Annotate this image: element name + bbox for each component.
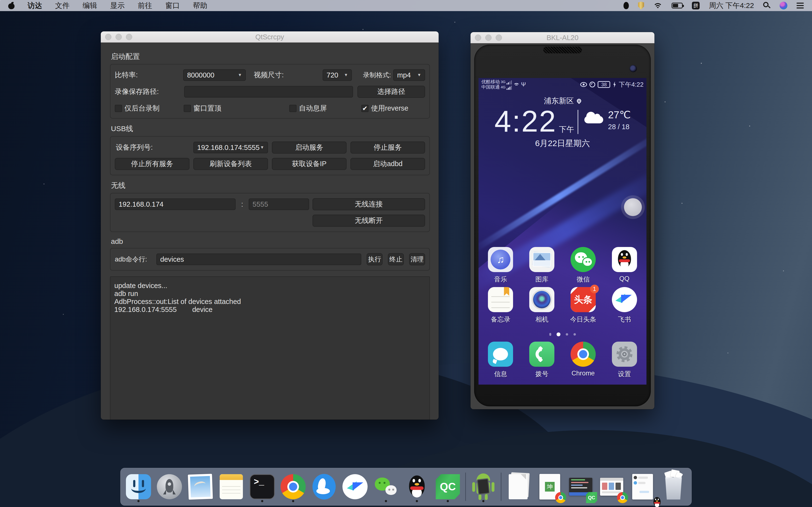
menubar-clock[interactable]: 周六 下午4:22 bbox=[709, 1, 754, 11]
qq-penguin-status-icon[interactable] bbox=[623, 2, 629, 9]
app-dialer[interactable]: 拨号 bbox=[524, 342, 560, 378]
close-window-button[interactable] bbox=[475, 35, 481, 41]
wireless-port-input[interactable] bbox=[249, 199, 309, 210]
shield-status-icon[interactable] bbox=[638, 2, 644, 10]
menu-help[interactable]: 帮助 bbox=[193, 1, 207, 11]
zoom-window-button[interactable] bbox=[126, 34, 132, 40]
dock-android-mirror[interactable] bbox=[470, 472, 497, 501]
spotlight-search-icon[interactable] bbox=[763, 2, 770, 9]
stop-all-services-button[interactable]: 停止所有服务 bbox=[115, 158, 190, 170]
checkbox-box[interactable] bbox=[289, 105, 297, 112]
start-service-button[interactable]: 启动服务 bbox=[272, 142, 347, 154]
phone-screen[interactable]: 优酷移动 3G 中国联通 4G Ψ bbox=[478, 78, 647, 385]
phone-front-camera bbox=[629, 65, 637, 72]
qtscrcpy-titlebar[interactable]: QtScrcpy bbox=[101, 32, 439, 43]
wechat-bubbles-icon bbox=[373, 474, 399, 499]
phone-titlebar[interactable]: BKL-AL20 bbox=[470, 32, 654, 43]
zoom-window-button[interactable] bbox=[496, 35, 502, 41]
dock-browser-window-thumbnail[interactable] bbox=[598, 472, 625, 501]
siri-icon[interactable] bbox=[779, 2, 788, 9]
record-format-combobox[interactable]: mp4 ▼ bbox=[393, 69, 425, 81]
home-page-dots[interactable] bbox=[478, 332, 647, 336]
adb-terminate-button[interactable]: 终止 bbox=[388, 253, 404, 265]
charging-bolt-icon bbox=[613, 81, 616, 88]
wifi-status-icon[interactable] bbox=[653, 2, 662, 9]
menu-window[interactable]: 窗口 bbox=[165, 1, 180, 11]
dock-launchpad[interactable] bbox=[156, 472, 183, 501]
running-indicator bbox=[292, 500, 294, 502]
app-notes[interactable]: 备忘录 bbox=[483, 287, 519, 324]
checkbox-background-record[interactable]: 仅后台录制 bbox=[115, 104, 184, 113]
app-wechat[interactable]: 微信 bbox=[565, 247, 601, 284]
wireless-disconnect-button[interactable]: 无线断开 bbox=[312, 215, 425, 227]
menu-file[interactable]: 文件 bbox=[55, 1, 69, 11]
choose-path-button[interactable]: 选择路径 bbox=[357, 86, 425, 98]
minimize-window-button[interactable] bbox=[485, 35, 492, 41]
app-gallery[interactable]: 图库 bbox=[524, 247, 560, 284]
menu-finder[interactable]: 访达 bbox=[28, 1, 42, 11]
camera-app-icon bbox=[529, 287, 554, 312]
wireless-section-label: 无线 bbox=[111, 181, 430, 190]
checkbox-window-on-top[interactable]: 窗口置顶 bbox=[184, 104, 289, 113]
app-chrome[interactable]: Chrome bbox=[565, 342, 601, 378]
battery-status-icon[interactable] bbox=[672, 3, 683, 8]
wireless-ip-input[interactable] bbox=[115, 199, 236, 210]
dock-qq-chat-thumbnail[interactable] bbox=[629, 472, 656, 501]
checkbox-use-reverse[interactable]: ✔ 使用reverse bbox=[361, 104, 408, 113]
app-messages[interactable]: 信息 bbox=[483, 342, 519, 378]
app-toutiao[interactable]: 1 头条 今日头条 bbox=[565, 287, 601, 324]
app-feishu[interactable]: 飞书 bbox=[606, 287, 643, 324]
home-clock[interactable]: 4:22 下午 bbox=[495, 104, 574, 138]
adb-log-output[interactable]: update devices... adb run AdbProcess::ou… bbox=[110, 276, 430, 419]
dock-qtscrcpy[interactable]: QC bbox=[434, 472, 461, 501]
dock-finder[interactable] bbox=[125, 472, 152, 501]
dock-feishu[interactable] bbox=[342, 472, 368, 501]
phone-status-time: 下午4:22 bbox=[619, 80, 644, 89]
notification-center-icon[interactable] bbox=[797, 3, 804, 8]
close-window-button[interactable] bbox=[105, 34, 111, 40]
dock-code-window-thumbnail[interactable]: QC bbox=[567, 472, 594, 501]
menu-view[interactable]: 显示 bbox=[110, 1, 125, 11]
checkbox-box[interactable]: ✔ bbox=[361, 105, 368, 112]
adb-run-button[interactable]: 执行 bbox=[367, 253, 383, 265]
qq-app-icon bbox=[612, 247, 637, 272]
dock-trash[interactable] bbox=[660, 472, 687, 501]
dock-qq[interactable] bbox=[403, 472, 430, 501]
dock-sea-lion-app[interactable] bbox=[311, 472, 338, 501]
wireless-connect-button[interactable]: 无线连接 bbox=[312, 198, 425, 210]
adb-clear-button[interactable]: 清理 bbox=[409, 253, 425, 265]
assistive-floating-ball[interactable] bbox=[624, 198, 642, 216]
apple-menu-icon[interactable] bbox=[8, 2, 14, 9]
refresh-device-list-button[interactable]: 刷新设备列表 bbox=[193, 158, 268, 170]
dock-chrome[interactable] bbox=[280, 472, 307, 501]
device-serial-combobox[interactable]: 192.168.0.174:5555 ▼ bbox=[193, 142, 268, 153]
video-size-combobox[interactable]: 720 ▼ bbox=[323, 69, 352, 81]
dock-wechat[interactable] bbox=[372, 472, 400, 501]
minimize-window-button[interactable] bbox=[115, 34, 122, 40]
app-settings[interactable]: 设置 bbox=[606, 342, 643, 378]
signal-bars-icon bbox=[507, 80, 512, 84]
log-line: 192.168.0.174:5555 device bbox=[114, 306, 425, 314]
app-qq[interactable]: QQ bbox=[606, 247, 643, 284]
app-music[interactable]: ♫ 音乐 bbox=[483, 247, 519, 284]
adb-command-input[interactable] bbox=[156, 253, 361, 265]
menu-edit[interactable]: 编辑 bbox=[83, 1, 97, 11]
checkbox-box[interactable] bbox=[115, 105, 122, 112]
dock-terminal[interactable]: >_ bbox=[249, 472, 276, 501]
checkbox-auto-screen-off[interactable]: 自动息屏 bbox=[289, 104, 361, 113]
dock-documents[interactable] bbox=[505, 472, 532, 501]
dock-notes[interactable] bbox=[218, 472, 245, 501]
get-device-ip-button[interactable]: 获取设备IP bbox=[272, 158, 347, 170]
weather-high-low: 28 / 18 bbox=[608, 123, 629, 131]
start-adbd-button[interactable]: 启动adbd bbox=[350, 158, 425, 170]
stop-service-button[interactable]: 停止服务 bbox=[350, 142, 425, 154]
input-method-icon[interactable]: 拼 bbox=[692, 2, 700, 9]
checkbox-box[interactable] bbox=[184, 105, 191, 112]
dock-mail[interactable] bbox=[187, 472, 214, 501]
bitrate-combobox[interactable]: 8000000 ▼ bbox=[183, 69, 246, 81]
app-camera[interactable]: 相机 bbox=[524, 287, 560, 324]
network-type-1: 3G bbox=[501, 79, 506, 84]
menu-go[interactable]: 前往 bbox=[138, 1, 152, 11]
dock-chrome-page-thumbnail[interactable]: 坤 bbox=[536, 472, 563, 501]
record-path-input[interactable] bbox=[184, 86, 353, 98]
